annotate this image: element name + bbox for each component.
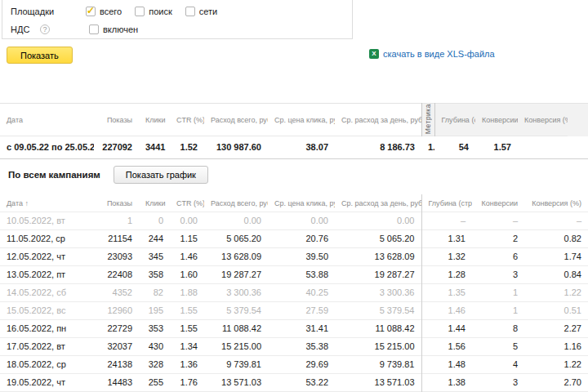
column-header[interactable]: Показы [94,194,139,212]
detail-table: Дата ↑ПоказыКликиCTR (%)Расход всего, ру… [0,194,588,392]
column-header[interactable]: CTR (%) [170,194,204,212]
xls-download-link[interactable]: X скачать в виде XLS-файла [369,49,495,59]
table-row: 16.05.2022, пн227293531.5511 088.4231.41… [0,320,588,338]
value-cell: 19 287.27 [335,266,421,284]
table-row: 12.05.2022, чт230933451.4613 628.0939.50… [0,248,588,266]
summary-col-conversion-rate: Конверсия (%) [518,104,568,136]
summary-value-cell: 227092 [94,136,139,159]
summary-col-cost-total: Расход всего, руб. [204,104,268,136]
checkbox-checked-icon [86,7,96,16]
value-cell: 0.84 [524,266,588,284]
date-cell: 14.05.2022, сб [0,284,94,302]
value-cell: 20.76 [268,230,335,248]
column-header[interactable]: Глубина (стр.) [421,194,472,212]
value-cell: 13 628.09 [204,248,268,266]
value-cell: 39.50 [268,248,335,266]
value-cell: 1.28 [421,266,472,284]
column-header[interactable]: Расход всего, руб. [204,194,268,212]
value-cell: 244 [139,230,170,248]
value-cell: 5 065.20 [204,230,268,248]
value-cell: 13 571.03 [204,374,268,392]
value-cell: 21154 [94,230,139,248]
summary-col-ctr: CTR (%) [170,104,204,136]
date-cell: 18.05.2022, ср [0,356,94,374]
value-cell: – [524,212,588,230]
summary-value-cell: 1.52 [170,136,204,159]
summary-header-row: Дата Показы Клики CTR (%) Расход всего, … [0,104,588,136]
date-cell: 19.05.2022, чт [0,374,94,392]
value-cell: 19 287.27 [204,266,268,284]
value-cell: 13 628.09 [335,248,421,266]
detail-table-header: Дата ↑ПоказыКликиCTR (%)Расход всего, ру… [0,194,588,212]
value-cell: – [472,212,524,230]
value-cell: 0.51 [524,302,588,320]
column-header[interactable]: Конверсия (%) [524,194,588,212]
value-cell: 9 739.81 [204,356,268,374]
xls-link-text[interactable]: скачать в виде XLS-файла [383,49,495,59]
value-cell: 24138 [94,356,139,374]
checkbox-unchecked-icon [185,7,195,16]
summary-date-cell: с 09.05.22 по 25.05.22 [0,136,94,159]
value-cell: 1.16 [524,338,588,356]
value-cell: 29.69 [268,356,335,374]
summary-value-cell: 1.57 [475,136,518,159]
checkbox-unchecked-icon [135,7,145,16]
checkbox-vat-included[interactable]: включен [89,24,138,34]
value-cell: 5 379.54 [204,302,268,320]
value-cell: 1.15 [170,230,204,248]
value-cell: 8 [472,320,524,338]
campaigns-bar: По всем кампаниям Показать график [8,166,208,184]
platforms-label: Площадки [11,7,86,16]
value-cell: 15 215.00 [335,338,421,356]
checkbox-platforms-search[interactable]: поиск [135,7,172,16]
value-cell: 3 300.36 [335,284,421,302]
date-cell: 13.05.2022, пт [0,266,94,284]
value-cell: 4352 [94,284,139,302]
value-cell: 1.55 [170,302,204,320]
table-row: 15.05.2022, вс129601951.555 379.5427.595… [0,302,588,320]
campaigns-title: По всем кампаниям [8,170,100,180]
table-row: 11.05.2022, ср211542441.155 065.2020.765… [0,230,588,248]
summary-col-impressions: Показы [94,104,139,136]
value-cell: 358 [139,266,170,284]
column-header[interactable]: Клики [139,194,170,212]
checkbox-platforms-networks[interactable]: сети [185,7,217,16]
value-cell: 1 [94,212,139,230]
value-cell: 1 [472,302,524,320]
summary-col-avg-daily-cost: Ср. расход за день, руб. [335,104,421,136]
value-cell: 1.38 [421,374,472,392]
value-cell: 5 379.54 [335,302,421,320]
table-row: 17.05.2022, вт320374301.3415 215.0035.38… [0,338,588,356]
show-chart-button[interactable]: Показать график [114,166,208,184]
help-icon[interactable]: ? [40,24,50,34]
value-cell: 6 [472,248,524,266]
show-button[interactable]: Показать [7,47,73,64]
column-header[interactable]: Дата ↑ [0,194,94,212]
value-cell: 1.34 [170,338,204,356]
value-cell: 35.38 [268,338,335,356]
value-cell: 1.56 [421,338,472,356]
summary-col-clicks: Клики [139,104,170,136]
value-cell: 1 [472,284,524,302]
summary-col-date: Дата [0,104,94,136]
summary-value-cell: 1.40 [421,136,434,159]
detail-header-row: Дата ↑ПоказыКликиCTR (%)Расход всего, ру… [0,194,588,212]
table-row: 18.05.2022, ср241383281.369 739.8129.699… [0,356,588,374]
value-cell: 23093 [94,248,139,266]
value-cell: 31.41 [268,320,335,338]
value-cell: 13 571.03 [335,374,421,392]
value-cell: 1.31 [421,230,472,248]
value-cell: 1.36 [170,356,204,374]
value-cell: 11 088.42 [204,320,268,338]
value-cell: 2.70 [524,374,588,392]
column-header[interactable]: Ср. цена клика, руб. [268,194,335,212]
checkbox-label: включен [103,24,138,34]
table-row: 14.05.2022, сб4352821.883 300.3640.253 3… [0,284,588,302]
column-header[interactable]: Ср. расход за день, руб. [335,194,421,212]
summary-col-conversions: Конверсии [475,104,518,136]
checkbox-platforms-total[interactable]: всего [86,7,122,16]
value-cell: 1.48 [421,356,472,374]
column-header[interactable]: Конверсии [472,194,524,212]
value-cell: 1.60 [170,266,204,284]
statistics-page: Площадки всего поиск сети НДС ? включен [0,0,588,392]
